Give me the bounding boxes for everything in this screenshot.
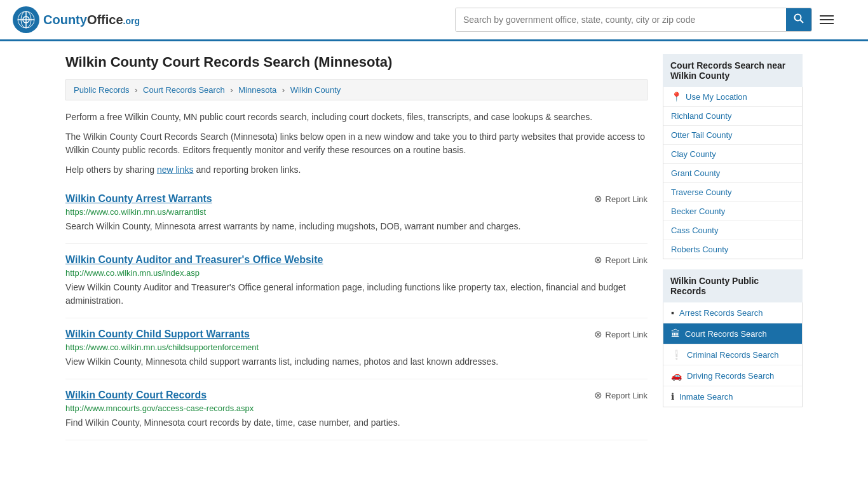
breadcrumb-wilkin-county[interactable]: Wilkin County [290,85,341,95]
result-url-1[interactable]: http://www.co.wilkin.mn.us/index.asp [65,268,648,278]
record-court[interactable]: 🏛 Court Records Search [663,323,802,344]
main-container: Wilkin County Court Records Search (Minn… [53,41,815,453]
result-item-0: Wilkin County Arrest Warrants ⊗ Report L… [65,183,648,244]
description-1: Perform a free Wilkin County, MN public … [65,111,648,124]
driving-icon: 🚗 [671,370,682,381]
nearby-county-richland[interactable]: Richland County [663,107,802,126]
result-title-2[interactable]: Wilkin County Child Support Warrants [65,329,250,340]
result-item-2: Wilkin County Child Support Warrants ⊗ R… [65,318,648,379]
record-inmate[interactable]: ℹ Inmate Search [663,386,802,407]
arrest-icon: ▪ [671,308,674,318]
svg-line-6 [801,20,804,24]
result-title-1[interactable]: Wilkin County Auditor and Treasurer's Of… [65,254,323,266]
report-link-0[interactable]: ⊗ Report Link [594,193,648,205]
result-url-2[interactable]: https://www.co.wilkin.mn.us/childsupport… [65,342,648,352]
criminal-icon: ❕ [671,349,682,360]
result-item-1: Wilkin County Auditor and Treasurer's Of… [65,244,648,318]
content-area: Wilkin County Court Records Search (Minn… [65,54,648,440]
use-location-item[interactable]: 📍 Use My Location [663,87,802,107]
search-box [455,8,812,32]
nearby-county-otter-tail[interactable]: Otter Tail County [663,126,802,145]
result-desc-2: View Wilkin County, Minnesota child supp… [65,355,648,369]
logo-icon [13,6,39,33]
nearby-counties-list: 📍 Use My Location Richland County Otter … [663,87,803,259]
public-records-section-title: Wilkin County Public Records [663,269,803,302]
breadcrumb-minnesota[interactable]: Minnesota [238,85,276,95]
result-item-3: Wilkin County Court Records ⊗ Report Lin… [65,379,648,440]
report-icon-0: ⊗ [594,193,602,205]
breadcrumb: Public Records › Court Records Search › … [65,79,648,100]
report-link-1[interactable]: ⊗ Report Link [594,254,648,266]
breadcrumb-public-records[interactable]: Public Records [74,85,129,95]
report-link-3[interactable]: ⊗ Report Link [594,390,648,401]
page-title: Wilkin County Court Records Search (Minn… [65,54,648,71]
result-url-0[interactable]: https://www.co.wilkin.mn.us/warrantlist [65,207,648,217]
inmate-icon: ℹ [671,391,674,402]
nearby-county-becker[interactable]: Becker County [663,202,802,221]
description-3: Help others by sharing new links and rep… [65,163,648,177]
result-url-3[interactable]: http://www.mncourts.gov/access-case-reco… [65,403,648,413]
nearby-county-grant[interactable]: Grant County [663,164,802,183]
result-desc-0: Search Wilkin County, Minnesota arrest w… [65,220,648,233]
court-icon: 🏛 [671,329,680,339]
logo-area: CountyOffice.org [13,6,140,33]
result-header-1: Wilkin County Auditor and Treasurer's Of… [65,254,648,266]
result-desc-3: Find Wilkin County, Minnesota court reco… [65,416,648,430]
search-area [455,8,836,32]
record-arrest[interactable]: ▪ Arrest Records Search [663,302,802,323]
result-desc-1: View Wilkin County Auditor and Treasurer… [65,281,648,308]
result-header-0: Wilkin County Arrest Warrants ⊗ Report L… [65,193,648,205]
breadcrumb-court-records[interactable]: Court Records Search [143,85,225,95]
use-location-link[interactable]: Use My Location [686,92,747,102]
logo-text: CountyOffice.org [43,13,140,27]
record-driving[interactable]: 🚗 Driving Records Search [663,365,802,386]
result-title-0[interactable]: Wilkin County Arrest Warrants [65,193,212,205]
nearby-county-roberts[interactable]: Roberts County [663,240,802,259]
svg-point-5 [795,15,801,21]
search-button[interactable] [786,8,811,31]
public-records-list: ▪ Arrest Records Search 🏛 Court Records … [663,302,803,407]
description-2: The Wilkin County Court Records Search (… [65,130,648,157]
result-header-2: Wilkin County Child Support Warrants ⊗ R… [65,329,648,340]
results-container: Wilkin County Arrest Warrants ⊗ Report L… [65,183,648,440]
result-header-3: Wilkin County Court Records ⊗ Report Lin… [65,390,648,401]
menu-button[interactable] [817,13,836,27]
nearby-county-cass[interactable]: Cass County [663,221,802,240]
report-icon-1: ⊗ [594,254,602,266]
search-input[interactable] [456,8,786,31]
nearby-county-traverse[interactable]: Traverse County [663,183,802,202]
nearby-section-title: Court Records Search near Wilkin County [663,54,803,87]
site-header: CountyOffice.org [0,0,868,41]
nearby-county-clay[interactable]: Clay County [663,145,802,164]
report-icon-3: ⊗ [594,390,602,401]
location-icon: 📍 [671,92,682,102]
result-title-3[interactable]: Wilkin County Court Records [65,390,207,401]
new-links-link[interactable]: new links [157,165,194,175]
record-criminal[interactable]: ❕ Criminal Records Search [663,344,802,365]
sidebar: Court Records Search near Wilkin County … [663,54,803,440]
report-link-2[interactable]: ⊗ Report Link [594,329,648,340]
report-icon-2: ⊗ [594,329,602,340]
